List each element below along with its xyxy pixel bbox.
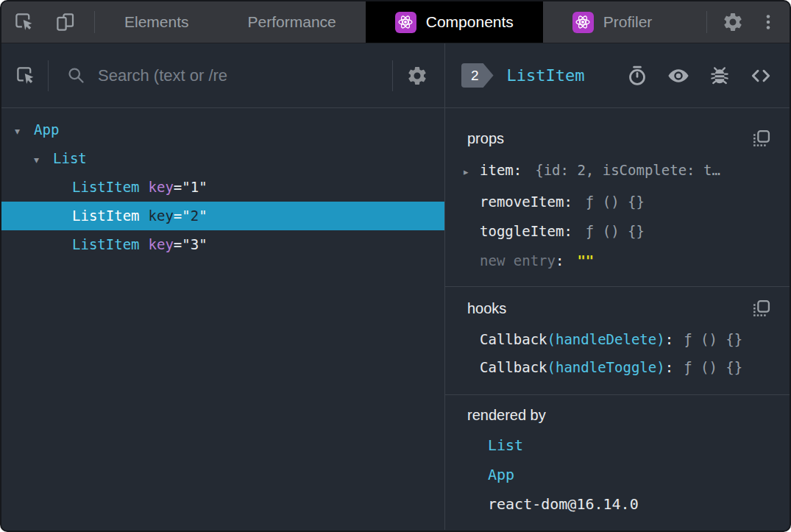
prop-row-removeitem[interactable]: removeItem:ƒ () {} [445, 187, 790, 216]
react-logo-icon [572, 12, 594, 33]
hook-name: (handleToggle) [547, 359, 665, 375]
inspect-dom-eye-button[interactable] [666, 63, 691, 88]
key-attribute-value: 2 [191, 208, 199, 224]
component-tree: ▾App▾ListListItemkey="1"ListItemkey="2"L… [1, 108, 444, 530]
props-section-title: props [467, 130, 748, 147]
copy-to-clipboard-icon[interactable] [748, 296, 773, 321]
colon: : [564, 223, 572, 239]
tree-node-app[interactable]: ▾App [1, 116, 444, 144]
rendered-by-title: rendered by [467, 407, 773, 424]
rendered-by-app[interactable]: App [445, 460, 790, 489]
settings-gear-button[interactable] [720, 10, 745, 35]
colon: : [556, 252, 564, 269]
suspend-stopwatch-button[interactable] [625, 63, 650, 88]
inspect-element-icon [15, 65, 37, 87]
rendered-by-list[interactable]: List [445, 430, 790, 460]
tree-toolbar: Search (text or /re [1, 43, 444, 108]
debug-bug-button[interactable] [707, 63, 732, 88]
tab-label: Components [426, 13, 514, 31]
component-name: App [34, 121, 59, 138]
inspect-element-icon [13, 11, 35, 33]
prop-value[interactable]: "" [577, 252, 594, 269]
tab-label: Elements [124, 13, 189, 31]
devtools-main: Search (text or /re ▾App▾ListListItemkey… [1, 43, 790, 530]
chevron-right-icon[interactable]: ▸ [464, 157, 480, 187]
key-attribute-name: key [149, 179, 174, 195]
tab-label: Performance [248, 13, 336, 31]
selected-component-name: ListItem [507, 66, 585, 85]
tab-elements[interactable]: Elements [95, 1, 219, 43]
gear-icon [406, 65, 428, 87]
react-logo-icon [395, 12, 416, 33]
key-attribute-name: key [149, 236, 174, 252]
select-element-button[interactable] [13, 63, 38, 88]
search-icon [66, 65, 86, 85]
hooks-rows: Callback(handleDelete):ƒ () {}Callback(h… [445, 325, 790, 381]
component-name: List [53, 150, 87, 166]
tree-settings-gear-button[interactable] [405, 63, 430, 88]
quote: " [182, 236, 190, 252]
search-input[interactable]: Search (text or /re [49, 43, 383, 107]
key-attribute-name: key [149, 208, 174, 224]
chevron-down-icon[interactable]: ▾ [34, 146, 53, 174]
tree-node-listitem-key-2[interactable]: ListItemkey="2" [1, 202, 444, 230]
prop-name: item [480, 162, 514, 178]
component-name: ListItem [72, 179, 140, 195]
prop-name[interactable]: new entry [480, 252, 556, 269]
prop-row-new-entry[interactable]: new entry:"" [445, 246, 790, 275]
hook-value: ƒ () {} [684, 331, 742, 347]
component-name: ListItem [72, 208, 140, 224]
chevron-down-icon[interactable]: ▾ [15, 117, 34, 146]
rendered-by-section: rendered by ListAppreact-dom@16.14.0 [445, 395, 790, 532]
devtools-window: ElementsPerformance Components Profiler [0, 0, 791, 532]
prop-row-toggleitem[interactable]: toggleItem:ƒ () {} [445, 216, 790, 246]
equals-sign: = [174, 179, 182, 195]
hook-value: ƒ () {} [684, 359, 742, 375]
key-badge: 2 [461, 63, 494, 88]
tab-profiler[interactable]: Profiler [543, 1, 682, 43]
rendered-by-rows: ListAppreact-dom@16.14.0 [445, 430, 790, 519]
copy-to-clipboard-icon[interactable] [748, 126, 773, 151]
prop-row-item[interactable]: ▸item:{id: 2, isComplete: t… [445, 155, 790, 187]
quote: " [182, 179, 190, 195]
colon: : [564, 194, 572, 210]
tab-components[interactable]: Components [366, 1, 543, 43]
quote: " [182, 208, 190, 224]
inspect-element-button[interactable] [12, 10, 37, 35]
tab-performance[interactable]: Performance [219, 1, 366, 43]
key-attribute-value: 1 [191, 179, 199, 195]
gear-icon [722, 11, 744, 33]
prop-value: ƒ () {} [586, 223, 645, 239]
components-tree-panel: Search (text or /re ▾App▾ListListItemkey… [1, 43, 445, 530]
key-attribute-value: 3 [191, 236, 199, 252]
device-toolbar-button[interactable] [53, 10, 78, 35]
hook-row-handledelete[interactable]: Callback(handleDelete):ƒ () {} [445, 325, 790, 353]
prop-name: removeItem [480, 194, 564, 210]
more-options-button[interactable] [756, 10, 781, 35]
prop-value: ƒ () {} [586, 194, 645, 210]
prop-name: toggleItem [480, 223, 564, 239]
toolbar-divider [392, 60, 393, 91]
prop-value: {id: 2, isComplete: t… [535, 162, 720, 178]
tree-node-list[interactable]: ▾List [1, 144, 444, 173]
hook-type: Callback [480, 331, 547, 347]
colon: : [514, 162, 522, 178]
devtools-topbar: ElementsPerformance Components Profiler [1, 1, 790, 43]
quote: " [199, 208, 207, 224]
search-placeholder: Search (text or /re [98, 66, 227, 85]
toolbar-divider [706, 11, 707, 33]
tree-node-listitem-key-1[interactable]: ListItemkey="1" [1, 173, 444, 202]
component-name: ListItem [72, 236, 140, 252]
hook-type: Callback [480, 359, 547, 375]
props-rows: ▸item:{id: 2, isComplete: t…removeItem:ƒ… [445, 155, 790, 275]
equals-sign: = [174, 236, 182, 252]
quote: " [199, 236, 207, 252]
hook-row-handletoggle[interactable]: Callback(handleToggle):ƒ () {} [445, 353, 790, 381]
hooks-section-title: hooks [467, 300, 748, 317]
tree-node-listitem-key-3[interactable]: ListItemkey="3" [1, 230, 444, 259]
tab-label: Profiler [603, 13, 653, 31]
view-source-code-button[interactable] [748, 63, 773, 88]
tab-strip: ElementsPerformance Components Profiler [95, 1, 681, 43]
props-section: props ▸item:{id: 2, isComplete: t…remove… [445, 108, 790, 287]
colon: : [665, 331, 673, 347]
